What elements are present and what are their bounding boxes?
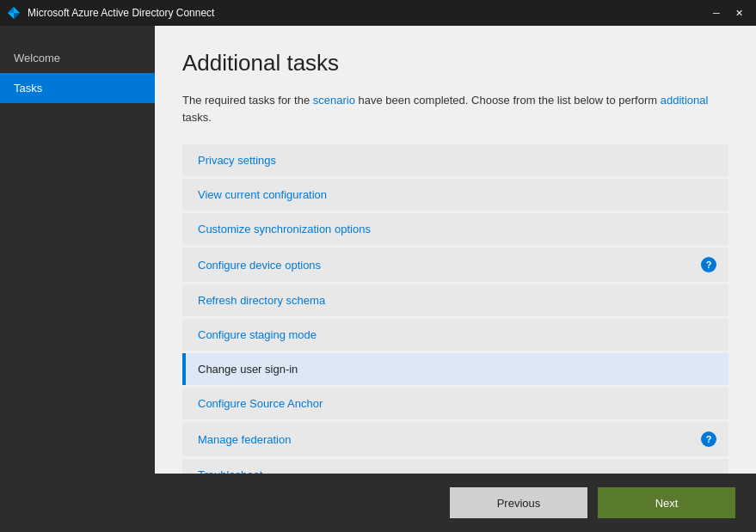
svg-marker-2: [14, 13, 20, 19]
task-item-troubleshoot[interactable]: Troubleshoot: [182, 459, 728, 474]
task-item-configure-anchor[interactable]: Configure Source Anchor: [182, 388, 728, 419]
scenario-link: scenario: [313, 94, 355, 107]
app-icon: [7, 6, 21, 20]
task-item-refresh-schema[interactable]: Refresh directory schema: [182, 284, 728, 316]
title-bar: Microsoft Azure Active Directory Connect…: [0, 0, 756, 26]
content-body: Additional tasks The required tasks for …: [155, 26, 756, 474]
svg-marker-1: [8, 7, 14, 13]
task-label: Troubleshoot: [198, 468, 716, 474]
task-label: Change user sign-in: [198, 363, 716, 376]
task-label: Configure Source Anchor: [198, 397, 716, 410]
task-item-configure-staging[interactable]: Configure staging mode: [182, 319, 728, 351]
task-label: Customize synchronization options: [198, 223, 716, 235]
task-item-customize-sync[interactable]: Customize synchronization options: [182, 213, 728, 245]
task-item-view-config[interactable]: View current configuration: [182, 179, 728, 211]
next-button[interactable]: Next: [598, 487, 735, 518]
previous-button[interactable]: Previous: [450, 487, 587, 518]
task-label: Configure device options: [198, 259, 694, 272]
description: The required tasks for the scenario have…: [182, 92, 728, 125]
sidebar-item-tasks[interactable]: Tasks: [0, 73, 155, 103]
task-label: View current configuration: [198, 188, 716, 201]
task-item-manage-federation[interactable]: Manage federation?: [182, 422, 728, 456]
task-label: Manage federation: [198, 433, 694, 446]
task-label: Refresh directory schema: [198, 294, 716, 307]
task-label: Configure staging mode: [198, 328, 716, 341]
content-area: Additional tasks The required tasks for …: [155, 26, 756, 532]
help-icon[interactable]: ?: [701, 257, 716, 272]
sidebar: Welcome Tasks: [0, 26, 155, 532]
main-container: Welcome Tasks Additional tasks The requi…: [0, 26, 756, 532]
page-title: Additional tasks: [182, 50, 728, 76]
footer: Previous Next: [155, 474, 756, 532]
task-label: Privacy settings: [198, 154, 716, 167]
task-item-configure-device[interactable]: Configure device options?: [182, 248, 728, 282]
task-item-change-signin[interactable]: Change user sign-in: [182, 353, 728, 385]
close-button[interactable]: ✕: [728, 4, 749, 21]
task-list: Privacy settingsView current configurati…: [182, 144, 728, 474]
sidebar-item-welcome[interactable]: Welcome: [0, 43, 155, 73]
minimize-button[interactable]: ─: [706, 4, 727, 21]
help-icon[interactable]: ?: [701, 431, 716, 447]
window-title: Microsoft Azure Active Directory Connect: [28, 7, 706, 19]
window-controls: ─ ✕: [706, 4, 749, 21]
task-item-privacy-settings[interactable]: Privacy settings: [182, 144, 728, 176]
additional-link: additional: [661, 94, 709, 107]
